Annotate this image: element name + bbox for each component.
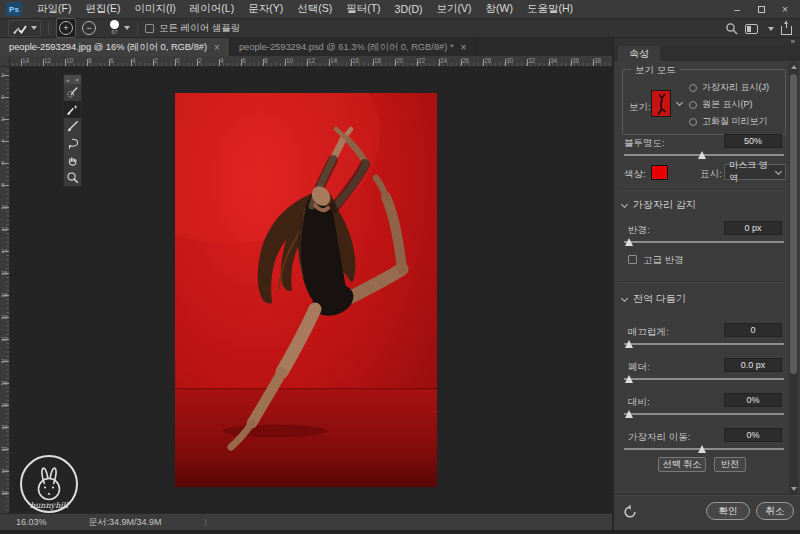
horizontal-ruler[interactable]: 1412108642024681012141618202224262830323… [10,56,612,67]
brush-tip-icon [110,20,119,29]
feather-slider[interactable] [624,375,784,383]
color-swatch[interactable] [651,165,668,180]
reset-icon [622,504,638,520]
view-mode-option[interactable]: 가장자리 표시(J) [689,79,769,96]
document-image[interactable] [175,93,437,487]
canvas-area[interactable]: » × [10,67,612,513]
document-tab-active[interactable]: people-2593294.jpg @ 16% (레이어 0, RGB/8#)… [0,38,230,56]
add-to-selection-button[interactable]: + [56,18,76,38]
view-mode-option[interactable]: 고화질 미리보기 [689,113,769,130]
close-icon[interactable]: × [75,77,79,83]
smooth-slider[interactable] [624,340,784,348]
slider-thumb[interactable] [698,151,706,159]
opacity-label: 불투명도: [624,137,665,150]
workspace-switcher-icon[interactable] [745,24,758,34]
slider-thumb[interactable] [625,375,633,383]
shift-edge-value[interactable]: 0% [724,428,782,442]
document-tab[interactable]: people-2593294.psd @ 61.3% (레이어 0, RGB/8… [230,38,476,56]
sample-all-layers-checkbox[interactable] [145,24,154,33]
scroll-down-icon[interactable] [789,484,798,494]
menu-item[interactable]: 도움말(H) [520,0,580,18]
indicates-dropdown[interactable]: 마스크 영역 [724,164,786,180]
indicates-value: 마스크 영역 [729,159,776,185]
smooth-value[interactable]: 0 [724,323,782,337]
menu-item[interactable]: 보기(V) [430,0,479,18]
menu-item[interactable]: 창(W) [479,0,520,18]
menu-items: 파일(F)편집(E)이미지(I)레이어(L)문자(Y)선택(S)필터(T)3D(… [30,0,580,18]
section-title: 가장자리 감지 [633,198,696,212]
view-mode-thumbnail[interactable] [651,90,671,117]
reset-button[interactable] [622,504,638,520]
tool-preset-picker[interactable] [8,20,41,37]
menu-item[interactable]: 편집(E) [78,0,127,18]
deselect-button[interactable]: 선택 취소 [658,457,706,472]
menu-item[interactable]: 파일(F) [30,0,78,18]
ruler-tick-label: 20 [1,314,8,320]
scroll-up-icon[interactable] [789,62,798,72]
radius-value[interactable]: 0 px [724,221,782,235]
tab-properties[interactable]: 속성 [618,46,660,61]
contrast-value[interactable]: 0% [724,393,782,407]
document-tab-label: people-2593294.psd @ 61.3% (레이어 0, RGB/8… [239,41,454,54]
menu-item[interactable]: 필터(T) [339,0,387,18]
panel-header: » [614,38,800,46]
zoom-level[interactable]: 16.03% [16,517,47,527]
ruler-tick-label: 16 [352,57,359,64]
minimize-button[interactable]: – [726,2,748,18]
slider-thumb[interactable] [625,238,633,246]
opacity-slider[interactable] [624,151,784,159]
menu-item[interactable]: 레이어(L) [183,0,241,18]
menu-item[interactable]: 문자(Y) [241,0,290,18]
refine-edge-brush-tool[interactable] [64,101,81,118]
panel-scrollbar[interactable] [789,62,798,494]
checkbox-icon[interactable] [689,101,697,109]
ok-button[interactable]: 확인 [706,502,750,520]
properties-panel: » 속성 보기 모드 보기: 가장자리 표시(J)원본 표시(P)고화질 미리보… [612,38,800,530]
share-icon[interactable] [781,26,792,35]
feather-value[interactable]: 0.0 px [724,358,782,372]
slider-thumb[interactable] [625,410,633,418]
smart-radius-checkbox[interactable] [628,255,637,264]
quick-selection-tool[interactable] [64,84,81,101]
hand-tool-icon [66,154,79,167]
collapse-panel-icon[interactable]: » [791,37,794,46]
slider-thumb[interactable] [625,340,633,348]
view-mode-dropdown[interactable] [674,96,685,110]
brush-tool[interactable] [64,118,81,135]
lasso-tool[interactable] [64,135,81,152]
invert-button[interactable]: 반전 [714,457,746,472]
opacity-value[interactable]: 50% [724,134,782,148]
contrast-slider[interactable] [624,410,784,418]
menu-item[interactable]: 3D(D) [388,0,430,18]
shift-edge-slider[interactable] [624,445,784,453]
slider-thumb[interactable] [698,445,706,453]
brush-size-picker[interactable]: 67 [110,20,119,36]
maximize-button[interactable] [750,2,772,18]
section-edge-detection[interactable]: 가장자리 감지 [622,198,696,212]
panel-tab-row: 속성 [614,46,800,61]
brush-tool-icon [66,120,79,133]
indicates-label: 표시: [700,168,722,181]
menu-item[interactable]: 이미지(I) [127,0,182,18]
radius-slider[interactable] [624,238,784,246]
status-menu-chevron-icon[interactable]: 〉 [204,517,212,528]
section-global-refinements[interactable]: 전역 다듬기 [622,292,686,306]
close-icon[interactable]: × [214,42,220,53]
ruler-tick-label: 36 [572,57,579,64]
checkbox-icon[interactable] [689,118,697,126]
view-mode-option[interactable]: 원본 표시(P) [689,96,769,113]
close-button[interactable]: × [774,2,796,18]
hand-tool[interactable] [64,152,81,169]
menu-item[interactable]: 선택(S) [290,0,339,18]
collapse-icon[interactable]: » [66,77,69,83]
document-size-info: 문서:34.9M/34.9M [89,516,162,529]
floating-toolbar-header[interactable]: » × [64,75,81,84]
checkbox-icon[interactable] [689,84,697,92]
close-icon[interactable]: × [461,42,467,53]
zoom-tool[interactable] [64,169,81,186]
subtract-from-selection-button[interactable]: − [80,19,98,37]
cancel-button[interactable]: 취소 [756,502,794,520]
scrollbar-thumb[interactable] [790,74,797,374]
search-icon[interactable] [725,22,738,35]
vertical-ruler[interactable]: 2024681012141618202224262830323436 [0,67,10,513]
